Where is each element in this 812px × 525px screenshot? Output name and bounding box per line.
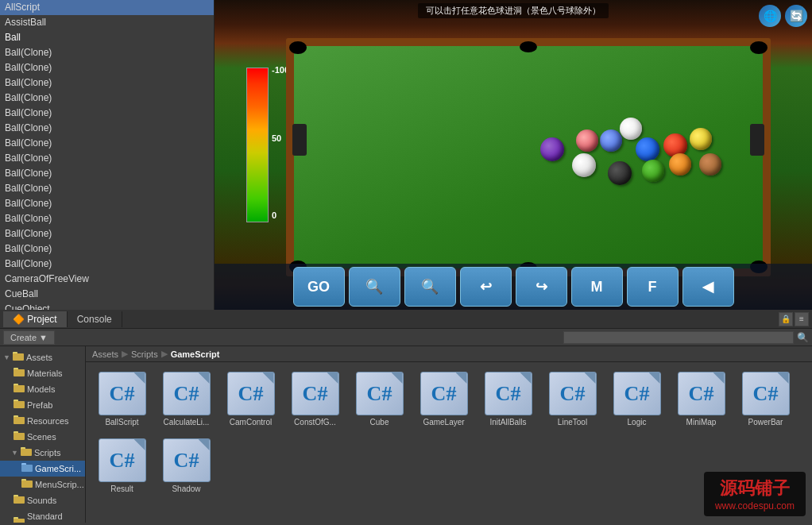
- watermark-line2: www.codespu.com: [715, 500, 795, 511]
- file-item[interactable]: C#InitAllBalls: [478, 369, 538, 430]
- refresh-icon[interactable]: 🔄: [785, 5, 807, 27]
- viewport-tool-btn-6[interactable]: F: [627, 267, 679, 307]
- folder-img-icon: [13, 351, 24, 364]
- file-item[interactable]: C#LineTool: [543, 369, 602, 430]
- score-0-label: 0: [272, 210, 276, 220]
- file-name-label: ConstOfG...: [294, 417, 336, 427]
- tree-item[interactable]: Standard As...: [0, 508, 85, 523]
- folder-img-icon: [14, 430, 25, 443]
- file-item[interactable]: C#MiniMap: [671, 369, 731, 430]
- cs-logo: C#: [689, 382, 714, 406]
- breadcrumb: Assets ▶ Scripts ▶ GameScript: [86, 346, 812, 362]
- tree-item[interactable]: ▼Assets: [0, 349, 85, 365]
- tab-console[interactable]: Console: [68, 311, 122, 327]
- viewport-tool-btn-3[interactable]: ↩: [460, 267, 512, 307]
- tab-menu-btn[interactable]: ≡: [795, 312, 809, 326]
- tree-item-label: Standard As...: [27, 510, 82, 523]
- file-name-label: CamControl: [230, 417, 272, 427]
- billiard-table: [286, 38, 771, 276]
- cs-logo: C#: [174, 382, 199, 406]
- viewport-tool-btn-7[interactable]: ◀: [682, 267, 734, 307]
- file-icon: C#: [356, 372, 404, 415]
- cs-logo: C#: [431, 382, 457, 406]
- hierarchy-item[interactable]: AllScript: [0, 0, 214, 15]
- hierarchy-item[interactable]: CameraOfFreeView: [0, 272, 214, 287]
- hierarchy-item[interactable]: CueObject: [0, 302, 214, 310]
- file-icon: C#: [163, 372, 211, 415]
- tab-project[interactable]: 🔶 Project: [3, 311, 68, 327]
- svg-rect-21: [14, 519, 25, 523]
- hierarchy-item[interactable]: Ball(Clone): [0, 226, 214, 241]
- hierarchy-item[interactable]: Ball(Clone): [0, 136, 214, 151]
- tree-item[interactable]: Sounds: [0, 492, 85, 508]
- breadcrumb-scripts[interactable]: Scripts: [131, 349, 158, 359]
- search-input[interactable]: [563, 331, 794, 344]
- viewport-tool-btn-2[interactable]: 🔍: [404, 267, 456, 307]
- breadcrumb-assets[interactable]: Assets: [92, 349, 118, 359]
- folder-img-icon: [14, 367, 25, 380]
- svg-rect-9: [14, 417, 25, 424]
- file-item[interactable]: C#BallScript: [92, 369, 152, 430]
- cs-logo: C#: [624, 382, 650, 406]
- hierarchy-item[interactable]: Ball(Clone): [0, 211, 214, 226]
- tree-item[interactable]: Resources: [0, 413, 85, 429]
- file-item[interactable]: C#Shadow: [157, 435, 216, 497]
- tree-item[interactable]: Scenes: [0, 429, 85, 445]
- tree-item[interactable]: GameScri...: [0, 461, 85, 477]
- svg-rect-13: [21, 449, 32, 456]
- file-icon: C#: [227, 372, 275, 415]
- hierarchy-item[interactable]: Ball(Clone): [0, 60, 214, 75]
- file-item[interactable]: C#CamControl: [221, 369, 280, 430]
- tree-item[interactable]: Materials: [0, 365, 85, 381]
- hierarchy-item[interactable]: Ball(Clone): [0, 106, 214, 121]
- file-name-label: Cube: [370, 417, 389, 427]
- create-button[interactable]: Create ▼: [3, 330, 55, 345]
- tab-lock-btn[interactable]: 🔒: [779, 312, 793, 326]
- hierarchy-item[interactable]: CueBall: [0, 287, 214, 302]
- breadcrumb-current[interactable]: GameScript: [171, 349, 220, 359]
- hierarchy-item[interactable]: Ball(Clone): [0, 91, 214, 106]
- hierarchy-item[interactable]: AssistBall: [0, 15, 214, 30]
- tab-bar: 🔶 Project Console 🔒 ≡: [0, 310, 812, 329]
- file-item[interactable]: C#PowerBar: [736, 369, 795, 430]
- hierarchy-item[interactable]: Ball(Clone): [0, 166, 214, 181]
- file-item[interactable]: C#ConstOfG...: [285, 369, 345, 430]
- hierarchy-item[interactable]: Ball(Clone): [0, 241, 214, 257]
- viewport-tool-btn-4[interactable]: ↪: [516, 267, 567, 307]
- tree-item[interactable]: Prefab: [0, 397, 85, 413]
- corner-fold: [199, 373, 210, 384]
- hierarchy-panel: AllScriptAssistBallBallBall(Clone)Ball(C…: [0, 0, 215, 310]
- file-item[interactable]: C#Cube: [350, 369, 409, 430]
- globe-icon[interactable]: 🌐: [759, 5, 781, 27]
- tree-item-label: GameScri...: [35, 462, 81, 475]
- hierarchy-list: AllScriptAssistBallBallBall(Clone)Ball(C…: [0, 0, 214, 310]
- tree-item[interactable]: Models: [0, 381, 85, 397]
- tree-item-label: Models: [27, 383, 55, 396]
- file-item[interactable]: C#Logic: [607, 369, 667, 430]
- file-item[interactable]: C#GameLayer: [414, 369, 474, 430]
- cs-logo: C#: [110, 449, 135, 473]
- file-item[interactable]: C#Result: [92, 435, 152, 497]
- viewport-tool-btn-5[interactable]: M: [571, 267, 623, 307]
- hierarchy-item[interactable]: Ball: [0, 30, 214, 45]
- folder-img-icon: [14, 415, 25, 427]
- hierarchy-item[interactable]: Ball(Clone): [0, 45, 214, 60]
- viewport-tool-btn-0[interactable]: GO: [293, 267, 345, 307]
- file-item[interactable]: C#CalculateLi...: [157, 369, 216, 430]
- tree-item[interactable]: MenuScrip...: [0, 477, 85, 492]
- hierarchy-item[interactable]: Ball(Clone): [0, 75, 214, 91]
- file-name-label: PowerBar: [748, 417, 783, 427]
- tree-item[interactable]: ▼Scripts: [0, 445, 85, 461]
- hierarchy-item[interactable]: Ball(Clone): [0, 181, 214, 196]
- hierarchy-item[interactable]: Ball(Clone): [0, 196, 214, 211]
- file-name-label: Result: [110, 484, 133, 494]
- hierarchy-item[interactable]: Ball(Clone): [0, 151, 214, 166]
- corner-fold: [263, 373, 274, 384]
- file-icon: C#: [99, 372, 146, 415]
- hierarchy-item[interactable]: Ball(Clone): [0, 257, 214, 272]
- viewport-tool-btn-1[interactable]: 🔍: [349, 267, 400, 307]
- file-icon: C#: [485, 372, 532, 415]
- corner-fold: [713, 373, 725, 384]
- hierarchy-item[interactable]: Ball(Clone): [0, 121, 214, 136]
- svg-rect-11: [14, 433, 25, 440]
